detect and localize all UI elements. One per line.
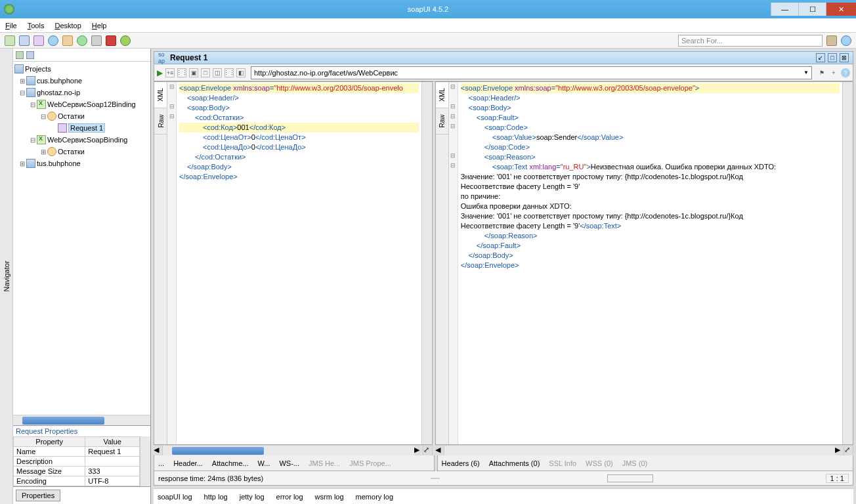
menu-tools[interactable]: Tools xyxy=(22,22,50,30)
dropdown-icon[interactable]: ▼ xyxy=(803,70,809,75)
log-tab[interactable]: soapUI log xyxy=(158,493,192,501)
collapse-icon[interactable]: ⊟ xyxy=(18,89,26,96)
add-assertion-icon[interactable]: +≡ xyxy=(165,68,175,77)
tool-icon[interactable]: ◧ xyxy=(236,68,246,77)
log-tab[interactable]: jetty log xyxy=(240,493,265,501)
about-icon[interactable] xyxy=(841,35,851,46)
tree-item[interactable]: ⊟ghostaz.no-ip xyxy=(13,87,150,98)
btab[interactable]: W... xyxy=(257,459,270,467)
request-tab[interactable]: soap Request 1 ↙ □ ⊠ xyxy=(154,51,853,64)
tool-icon[interactable]: ⋮⋮ xyxy=(177,68,186,77)
editor-hscroll[interactable]: ◀▶⤢ xyxy=(154,445,433,455)
tree-item-selected[interactable]: Request 1 xyxy=(13,122,150,134)
user-icon[interactable] xyxy=(62,35,73,46)
tab-raw[interactable]: Raw xyxy=(436,108,448,135)
tool-icon[interactable]: □ xyxy=(201,68,210,77)
expand-icon[interactable]: ⊞ xyxy=(39,148,47,156)
editor-area: soap Request 1 ↙ □ ⊠ ▶ +≡ ⋮⋮ ▣ □ ◫ ⋮⋮ ◧ … xyxy=(151,49,856,504)
collapse-icon[interactable]: ⊟ xyxy=(29,136,37,144)
nav-tool-icon[interactable] xyxy=(26,51,34,59)
status-bar: response time: 24ms (836 bytes) 1 : 1 xyxy=(154,471,853,486)
btab[interactable]: Headers (6) xyxy=(442,459,480,467)
tree-item[interactable]: ⊞tus.buhphone xyxy=(13,158,150,169)
settings-icon[interactable] xyxy=(91,35,102,46)
help-icon[interactable]: ? xyxy=(841,68,850,77)
app-icon xyxy=(4,4,14,14)
project-icon xyxy=(26,159,35,168)
request-xml[interactable]: <soap:Envelope xmlns:soap="http://www.w3… xyxy=(177,82,421,444)
log-tab[interactable]: wsrm log xyxy=(315,493,344,501)
close-button[interactable]: ✕ xyxy=(826,3,856,16)
tool-icon[interactable]: ⋮⋮ xyxy=(225,68,234,77)
props-col-value: Value xyxy=(85,437,140,447)
tool-icon[interactable]: ◫ xyxy=(213,68,222,77)
tree-hscroll[interactable] xyxy=(13,415,150,425)
tab-raw[interactable]: Raw xyxy=(154,108,167,135)
response-xml[interactable]: <soap:Envelope xmlns:soap="http://www.w3… xyxy=(458,82,842,444)
properties-button[interactable]: Properties xyxy=(16,490,60,501)
fold-gutter[interactable]: ⊟⊟⊟ xyxy=(167,82,177,444)
btab[interactable]: WS-... xyxy=(279,459,299,467)
btab[interactable]: JMS (0) xyxy=(622,459,648,467)
tree-root[interactable]: Projects xyxy=(13,63,150,75)
new-icon[interactable] xyxy=(5,35,15,46)
tab-xml[interactable]: XML xyxy=(436,82,448,108)
tree-item[interactable]: ⊟WebСервисSoapBinding xyxy=(13,134,150,146)
log-tab[interactable]: http log xyxy=(204,493,228,501)
props-vscroll[interactable] xyxy=(140,436,150,486)
editor-hscroll[interactable]: ◀▶⤢ xyxy=(435,445,853,455)
help-icon[interactable] xyxy=(48,35,58,46)
btab[interactable]: Header... xyxy=(173,459,203,467)
props-table[interactable]: PropertyValue NameRequest 1 Description … xyxy=(13,436,140,486)
collapse-icon[interactable]: ⊟ xyxy=(39,113,47,120)
btab[interactable]: WSS (0) xyxy=(586,459,613,467)
btab[interactable]: Attachments (0) xyxy=(489,459,540,467)
maximize-panel-icon[interactable]: □ xyxy=(828,53,837,62)
editor-vscroll[interactable] xyxy=(842,82,853,444)
tree-item[interactable]: ⊞Остатки xyxy=(13,146,150,158)
nav-tool-icon[interactable] xyxy=(16,51,24,59)
btab[interactable]: JMS He... xyxy=(309,459,340,467)
save-icon[interactable] xyxy=(19,35,30,46)
editor-vscroll[interactable] xyxy=(421,82,432,444)
tab-xml[interactable]: XML xyxy=(154,82,167,108)
tool-icon[interactable]: ⚑ xyxy=(817,68,826,77)
run-button[interactable]: ▶ xyxy=(157,68,163,77)
minimize-button[interactable]: — xyxy=(771,3,798,16)
window-title: soapUI 4.5.2 xyxy=(408,5,448,13)
expand-icon[interactable]: ⊞ xyxy=(18,77,26,85)
zoom-ratio: 1 : 1 xyxy=(826,474,849,483)
btab[interactable]: JMS Prope... xyxy=(349,459,391,467)
navigator-pane: Projects ⊞cus.buhphone ⊟ghostaz.no-ip ⊟W… xyxy=(13,49,151,504)
fold-gutter[interactable]: ⊟⊟⊟⊟⊟⊟ xyxy=(449,82,458,444)
navigator-strip[interactable]: Navigator xyxy=(0,49,13,504)
maximize-button[interactable]: ☐ xyxy=(798,3,826,16)
log-tab[interactable]: memory log xyxy=(356,493,393,501)
collapse-icon[interactable]: ⊟ xyxy=(29,101,37,108)
menu-file[interactable]: File xyxy=(0,22,22,30)
tree-item[interactable]: ⊞cus.buhphone xyxy=(13,75,150,87)
btab[interactable]: ... xyxy=(158,459,164,467)
expand-icon[interactable]: ⊞ xyxy=(18,160,26,167)
request-tab-icon: soap xyxy=(158,53,167,62)
menu-help[interactable]: Help xyxy=(87,22,112,30)
table-row: NameRequest 1 xyxy=(14,447,140,457)
search-input[interactable]: Search For... xyxy=(678,35,823,47)
btab[interactable]: SSL Info xyxy=(549,459,576,467)
endpoint-input[interactable]: http://ghostaz.no-ip.org/facet/ws/WebСер… xyxy=(251,66,812,79)
refresh-icon[interactable] xyxy=(120,35,131,46)
search-go-icon[interactable] xyxy=(826,35,837,46)
tool-icon[interactable]: ▣ xyxy=(189,68,198,77)
minimize-panel-icon[interactable]: ↙ xyxy=(816,53,825,62)
log-tab[interactable]: error log xyxy=(276,493,303,501)
tree-item[interactable]: ⊟Остатки xyxy=(13,110,150,122)
btab[interactable]: Attachme... xyxy=(212,459,249,467)
menu-desktop[interactable]: Desktop xyxy=(49,22,86,30)
proxy-icon[interactable] xyxy=(106,35,116,46)
tree-item[interactable]: ⊟WebСервисSoap12Binding xyxy=(13,98,150,110)
import-icon[interactable] xyxy=(33,35,44,46)
project-tree[interactable]: Projects ⊞cus.buhphone ⊟ghostaz.no-ip ⊟W… xyxy=(13,62,150,415)
globe-icon[interactable] xyxy=(77,35,87,46)
close-panel-icon[interactable]: ⊠ xyxy=(840,53,849,62)
add-icon[interactable]: + xyxy=(829,68,838,77)
